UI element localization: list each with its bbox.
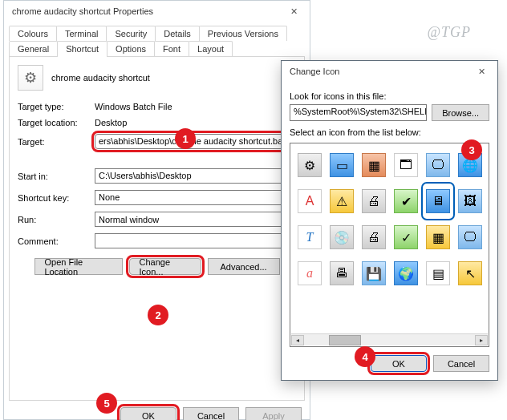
- target-type-label: Target type:: [18, 102, 90, 111]
- tab-font[interactable]: Font: [154, 41, 189, 57]
- target-type-value: Windows Batch File: [95, 102, 172, 111]
- icon-item-selected[interactable]: 🖥: [424, 184, 452, 218]
- run-select[interactable]: Normal window ▾: [95, 212, 296, 227]
- icon-item[interactable]: ▦: [359, 148, 388, 182]
- icon-item[interactable]: 🗔: [391, 148, 420, 182]
- properties-title: chrome audacity shortcut Properties: [12, 6, 278, 16]
- icon-item[interactable]: ✓: [391, 220, 420, 254]
- change-icon-ok-button[interactable]: OK: [371, 355, 427, 372]
- annotation-bubble-1: 1: [175, 128, 196, 149]
- target-label: Target:: [18, 137, 90, 147]
- apply-button[interactable]: Apply: [245, 407, 302, 420]
- icon-item[interactable]: 🌍: [391, 256, 420, 290]
- properties-dialog: chrome audacity shortcut Properties ✕ Co…: [3, 0, 310, 420]
- browse-button[interactable]: Browse...: [432, 104, 489, 121]
- comment-input[interactable]: [95, 233, 296, 248]
- shortcut-name: chrome audacity shortcut: [51, 73, 150, 83]
- open-file-location-button[interactable]: Open File Location: [34, 258, 123, 275]
- icon-item[interactable]: ⚙: [295, 148, 324, 182]
- annotation-bubble-4: 4: [355, 346, 375, 367]
- icon-item[interactable]: 🖶: [327, 256, 356, 290]
- icon-list[interactable]: ⚙ ▭ ▦ 🗔 🖵 🌐 A ⚠ 🖨 ✔ 🖥 🖼 T 💿 🖨 ✓ ▦ 🖵 a: [290, 143, 489, 347]
- comment-label: Comment:: [18, 236, 90, 246]
- advanced-button[interactable]: Advanced...: [208, 258, 280, 275]
- tabs-area: Colours Terminal Security Details Previo…: [4, 22, 310, 56]
- ok-button[interactable]: OK: [120, 407, 176, 420]
- scroll-left-icon[interactable]: ◂: [291, 335, 304, 345]
- startin-input[interactable]: C:\Users\abhis\Desktop: [95, 168, 296, 184]
- target-location-value: Desktop: [95, 118, 127, 127]
- tab-options[interactable]: Options: [107, 41, 155, 57]
- shortcut-tab-panel: ⚙ chrome audacity shortcut Target type: …: [9, 56, 305, 401]
- tab-security[interactable]: Security: [106, 26, 156, 41]
- shortcut-icon: ⚙: [18, 65, 43, 91]
- icon-item[interactable]: 🖨: [359, 220, 388, 254]
- close-icon[interactable]: ✕: [278, 1, 310, 22]
- shortcutkey-input[interactable]: None: [95, 190, 296, 205]
- annotation-bubble-5: 5: [96, 393, 117, 414]
- icon-item[interactable]: a: [295, 256, 324, 290]
- look-label: Look for icons in this file:: [290, 91, 489, 101]
- scroll-right-icon[interactable]: ▸: [475, 335, 488, 345]
- tab-details[interactable]: Details: [155, 26, 200, 41]
- target-location-label: Target location:: [18, 118, 90, 127]
- close-icon[interactable]: ✕: [465, 61, 497, 82]
- icon-item[interactable]: 🖨: [359, 184, 388, 218]
- change-icon-dialog: Change Icon ✕ Look for icons in this fil…: [281, 60, 498, 381]
- startin-label: Start in:: [18, 172, 90, 181]
- icon-path-input[interactable]: %SystemRoot%\System32\SHELL32: [290, 104, 427, 121]
- cancel-button[interactable]: Cancel: [183, 407, 239, 420]
- icon-item[interactable]: 🖼: [456, 184, 485, 218]
- run-label: Run:: [18, 215, 90, 224]
- scroll-thumb[interactable]: [329, 335, 361, 345]
- icon-item[interactable]: ▭: [327, 148, 356, 182]
- icon-item[interactable]: 💿: [327, 220, 356, 254]
- tab-previous-versions[interactable]: Previous Versions: [199, 26, 287, 41]
- icon-item[interactable]: ⚠: [327, 184, 356, 218]
- icon-item[interactable]: A: [295, 184, 324, 218]
- change-icon-titlebar: Change Icon ✕: [282, 61, 497, 82]
- tab-general[interactable]: General: [9, 41, 58, 57]
- tab-terminal[interactable]: Terminal: [56, 26, 107, 41]
- shortcutkey-label: Shortcut key:: [18, 193, 90, 203]
- run-select-value: Normal window: [99, 215, 159, 224]
- change-icon-button[interactable]: Change Icon...: [129, 258, 201, 275]
- icon-item[interactable]: ▦: [424, 220, 452, 254]
- icon-item[interactable]: 🖵: [456, 220, 485, 254]
- icon-item[interactable]: 🖵: [424, 148, 452, 182]
- select-label: Select an icon from the list below:: [290, 127, 489, 137]
- annotation-bubble-3: 3: [461, 139, 482, 160]
- icon-item[interactable]: T: [295, 220, 324, 254]
- icon-item[interactable]: ✔: [391, 184, 420, 218]
- annotation-bubble-2: 2: [148, 305, 168, 325]
- change-icon-title: Change Icon: [290, 67, 465, 76]
- properties-titlebar: chrome audacity shortcut Properties ✕: [4, 1, 310, 22]
- tab-colours[interactable]: Colours: [9, 26, 57, 41]
- tab-shortcut[interactable]: Shortcut: [57, 41, 107, 57]
- tab-layout[interactable]: Layout: [189, 41, 233, 57]
- icon-item[interactable]: ▤: [424, 256, 452, 290]
- watermark: @TGP: [427, 24, 471, 41]
- icon-item[interactable]: 💾: [359, 256, 388, 290]
- scrollbar-horizontal[interactable]: ◂ ▸: [291, 333, 488, 345]
- icon-item[interactable]: ↖: [456, 256, 485, 290]
- change-icon-cancel-button[interactable]: Cancel: [433, 355, 489, 372]
